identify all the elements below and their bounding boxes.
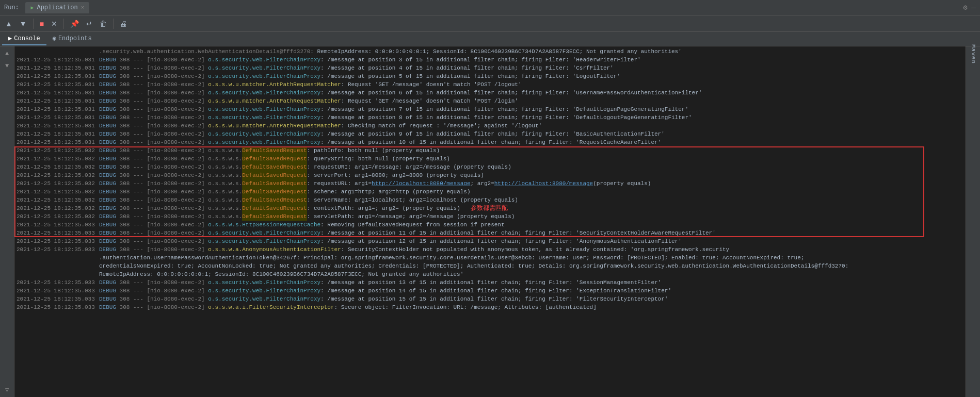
log-line-20: 2021-12-25 18:12:35.032 DEBUG 308 --- [n…: [14, 212, 966, 221]
log-ts: 2021-12-25 18:12:35.031: [17, 138, 99, 146]
log-code: 308 ---: [120, 196, 147, 204]
gutter-down[interactable]: ▼: [2, 61, 12, 71]
log-msg: : serverName: arg1=localhost; arg2=local…: [307, 196, 518, 204]
log-msg: : Checking match of request : '/message'…: [341, 122, 542, 130]
log-thread: [nio-8080-exec-2]: [147, 287, 208, 295]
log-msg: : /message at position 8 of 15 in additi…: [320, 113, 692, 122]
console-output[interactable]: .security.web.authentication.WebAuthenti…: [14, 46, 966, 397]
tab-console[interactable]: ▶ Console: [2, 32, 46, 45]
log-thread: [nio-8080-exec-2]: [147, 80, 208, 89]
log-line-4: 2021-12-25 18:12:35.031 DEBUG 308 --- [n…: [14, 80, 966, 89]
log-line-1: 2021-12-25 18:12:35.031 DEBUG 308 --- [n…: [14, 56, 966, 64]
log-thread: [nio-8080-exec-2]: [147, 138, 208, 146]
log-level: DEBUG: [99, 237, 120, 245]
main-area: ▲ ▼ ▽ .security.web.authentication.WebAu…: [0, 46, 980, 397]
log-ts: 2021-12-25 18:12:35.032: [17, 204, 99, 212]
log-msg: : Secure object: FilterInvocation: URL: …: [334, 303, 597, 311]
log-line-16: 2021-12-25 18:12:35.032 DEBUG 308 --- [n…: [14, 179, 966, 188]
log-line-3: 2021-12-25 18:12:35.031 DEBUG 308 --- [n…: [14, 72, 966, 80]
log-level: DEBUG: [99, 179, 120, 188]
log-logger-prefix: o.s.s.w.s.: [208, 171, 242, 179]
log-thread: [nio-8080-exec-2]: [147, 303, 208, 311]
log-ts: 2021-12-25 18:12:35.033: [17, 221, 99, 229]
log-line-2: 2021-12-25 18:12:35.031 DEBUG 308 --- [n…: [14, 64, 966, 72]
log-code: 308 ---: [120, 138, 147, 146]
log-code: 308 ---: [120, 80, 147, 89]
log-level: DEBUG: [99, 97, 120, 105]
log-thread: [nio-8080-exec-2]: [147, 72, 208, 80]
log-thread: [nio-8080-exec-2]: [147, 113, 208, 122]
log-logger-prefix: o.s.s.w.s.: [208, 146, 242, 155]
log-code: 308 ---: [120, 146, 147, 155]
app-tab[interactable]: ▶ Application ×: [25, 2, 89, 13]
app-tab-close[interactable]: ×: [81, 5, 85, 11]
log-level: DEBUG: [99, 171, 120, 179]
log-code: 308 ---: [120, 229, 147, 237]
scroll-down-button[interactable]: ▼: [17, 18, 30, 30]
tab-bar: ▶ Console ◉ Endpoints: [0, 32, 980, 46]
gutter-up[interactable]: ▲: [2, 48, 12, 59]
log-level: DEBUG: [99, 146, 120, 155]
log-thread: [nio-8080-exec-2]: [147, 89, 208, 97]
close-output-button[interactable]: ✕: [48, 18, 60, 30]
log-logger-prefix: o.s.s.w.s.: [208, 212, 242, 221]
print-button[interactable]: 🖨: [117, 18, 130, 30]
log-link-1[interactable]: http://localhost:8080/message: [372, 179, 470, 188]
stop-button[interactable]: ■: [37, 18, 47, 30]
maven-label[interactable]: Maven: [968, 48, 979, 60]
log-code: 308 ---: [120, 212, 147, 221]
log-msg: : /message at position 3 of 15 in additi…: [320, 56, 641, 64]
log-code: 308 ---: [120, 64, 147, 72]
minimize-icon[interactable]: —: [972, 4, 976, 12]
log-thread: [nio-8080-exec-2]: [147, 221, 208, 229]
wrap-button[interactable]: ↵: [83, 18, 95, 30]
log-code: 308 ---: [120, 179, 147, 188]
log-code: 308 ---: [120, 204, 147, 212]
log-ts: 2021-12-25 18:12:35.033: [17, 237, 99, 245]
log-logger-prefix: o.s.s.w.s.: [208, 188, 242, 196]
log-level: DEBUG: [99, 221, 120, 229]
log-level: DEBUG: [99, 229, 120, 237]
log-thread: [nio-8080-exec-2]: [147, 196, 208, 204]
scroll-up-button[interactable]: ▲: [2, 18, 15, 30]
log-msg: : /message at position 14 of 15 in addit…: [320, 287, 671, 295]
log-line-14: 2021-12-25 18:12:35.032 DEBUG 308 --- [n…: [14, 163, 966, 171]
log-line-22: 2021-12-25 18:12:35.033 DEBUG 308 --- [n…: [14, 229, 966, 237]
log-line-31: 2021-12-25 18:12:35.033 DEBUG 308 --- [n…: [14, 303, 966, 311]
tab-endpoints[interactable]: ◉ Endpoints: [46, 32, 98, 45]
log-code: 308 ---: [120, 155, 147, 163]
log-msg: : requestURI: arg1=/message; arg2=/messa…: [307, 163, 511, 171]
log-msg: : queryString: both null (property equal…: [307, 155, 450, 163]
log-thread: [nio-8080-exec-2]: [147, 56, 208, 64]
toolbar: ▲ ▼ ■ ✕ 📌 ↵ 🗑 🖨: [0, 15, 980, 32]
log-ts: 2021-12-25 18:12:35.033: [17, 245, 99, 254]
log-msg: RemoteIpAddress: 0:0:0:0:0:0:0:1; Sessio…: [99, 270, 463, 278]
log-ts: 2021-12-25 18:12:35.032: [17, 155, 99, 163]
console-tab-label: Console: [14, 35, 40, 42]
log-code: 308 ---: [120, 237, 147, 245]
log-line-11: 2021-12-25 18:12:35.031 DEBUG 308 --- [n…: [14, 138, 966, 146]
log-ts: 2021-12-25 18:12:35.033: [17, 287, 99, 295]
gutter-filter[interactable]: ▽: [2, 385, 12, 395]
log-line-9: 2021-12-25 18:12:35.031 DEBUG 308 --- [n…: [14, 122, 966, 130]
run-icon: ▶: [30, 5, 34, 11]
log-ts: 2021-12-25 18:12:35.033: [17, 229, 99, 237]
log-annotation: 参数都需匹配: [471, 204, 508, 212]
log-line-19: 2021-12-25 18:12:35.032 DEBUG 308 --- [n…: [14, 204, 966, 212]
log-msg: : /message at position 5 of 15 in additi…: [320, 72, 620, 80]
app-tab-label: Application: [37, 4, 77, 11]
log-level: DEBUG: [99, 155, 120, 163]
log-logger: o.s.security.web.FilterChainProxy: [208, 105, 320, 113]
clear-button[interactable]: 🗑: [97, 18, 110, 30]
settings-icon[interactable]: ⚙: [963, 3, 967, 12]
log-thread: [nio-8080-exec-2]: [147, 155, 208, 163]
log-msg: : Request 'GET /message' doesn't match '…: [341, 97, 518, 105]
log-code: 308 ---: [120, 278, 147, 287]
log-code: 308 ---: [120, 163, 147, 171]
toolbar-separator-2: [63, 19, 64, 29]
log-ts: 2021-12-25 18:12:35.033: [17, 303, 99, 311]
log-msg: : /message at position 10 of 15 in addit…: [320, 138, 661, 146]
log-msg: : Request 'GET /message' doesn't match '…: [341, 80, 522, 89]
pin-button[interactable]: 📌: [67, 18, 82, 30]
log-link-2[interactable]: http://localhost:8080/message: [494, 179, 593, 188]
